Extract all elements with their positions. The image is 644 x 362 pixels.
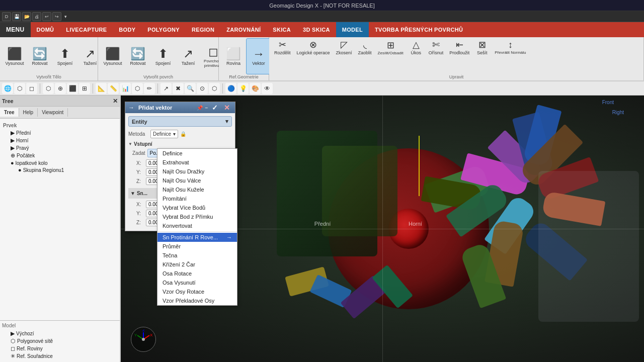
dd-item-najit-drazky[interactable]: Najít Osu Dražky xyxy=(157,167,237,176)
menu-item-polygony[interactable]: POLYGONY xyxy=(141,22,186,37)
t2-btn-16[interactable]: ⊙ xyxy=(197,83,208,94)
viewport[interactable]: Přední Horní Front Right → Přidat vektor… xyxy=(121,96,644,362)
qa-btn-5[interactable]: ↩ xyxy=(42,12,51,21)
dialog-confirm-btn[interactable]: ✓ xyxy=(210,104,220,112)
ribbon-btn-spojeni1[interactable]: ⬆ Spojení xyxy=(52,38,77,74)
ribbon-btn-rotovat1[interactable]: 🔄 Rotovat xyxy=(27,38,52,74)
ribbon-btn-rovina[interactable]: ⬜ Rovina xyxy=(221,38,246,74)
dd-item-najit-valce[interactable]: Najít Osu Válce xyxy=(157,176,237,185)
t2-btn-9[interactable]: 📏 xyxy=(108,83,119,94)
panel-close-btn[interactable]: ✕ xyxy=(113,98,118,105)
dialog-min-btn[interactable]: – xyxy=(205,105,208,111)
menu-item-menu[interactable]: MENU xyxy=(0,22,31,37)
t2-btn-12[interactable]: ✏ xyxy=(144,83,155,94)
t2-btn-3[interactable]: ◻ xyxy=(26,83,37,94)
t2-btn-21[interactable]: 👁 xyxy=(262,83,273,94)
ribbon-btn-logicke[interactable]: ⊗ Logické operace xyxy=(294,38,333,56)
ribbon-btn-prodlouzit[interactable]: ⇤ Prodloužit xyxy=(446,38,472,56)
method-lock-icon[interactable]: 🔒 xyxy=(180,131,186,137)
tree-item-poly[interactable]: ⬡ Polygonové sítě xyxy=(2,337,118,345)
tree-item-pravy[interactable]: ▶ Pravý xyxy=(2,144,118,152)
prodlouzit-icon: ⇤ xyxy=(456,39,463,50)
dd-item-konvertovat[interactable]: Konvertovat xyxy=(157,221,237,230)
menu-item-skica[interactable]: SKICA xyxy=(267,22,297,37)
ribbon-btn-orisnut[interactable]: ✄ Ořísnut xyxy=(426,38,447,56)
ribbon-btn-zkoseni[interactable]: ◸ Zkosení xyxy=(333,38,355,56)
menu-item-livecapture[interactable]: LIVECAPTURE xyxy=(60,22,113,37)
menu-item-model[interactable]: MODEL xyxy=(336,22,369,37)
t2-btn-17[interactable]: ⬡ xyxy=(209,83,220,94)
ribbon-btn-zaoblit[interactable]: ◟ Zaoblit xyxy=(355,38,375,56)
tree-item-roviny[interactable]: ◻ Ref. Roviny xyxy=(2,345,118,352)
dd-item-krizeni[interactable]: Křížení 2 Čar xyxy=(157,260,237,269)
t2-btn-2[interactable]: ⬡ xyxy=(14,83,25,94)
dd-item-osa-vysunut[interactable]: Osa Vysunutí xyxy=(157,278,237,287)
menu-item-domu[interactable]: DOMŮ xyxy=(31,22,60,37)
dd-item-vzor-osy-rot[interactable]: Vzor Osy Rotace xyxy=(157,287,237,296)
dd-item-definice[interactable]: Definice xyxy=(157,149,237,158)
qa-btn-6[interactable]: ↪ xyxy=(52,12,61,21)
t2-btn-4[interactable]: ⬡ xyxy=(43,83,54,94)
menu-item-zarovnani[interactable]: ZAROVNÁNÍ xyxy=(220,22,267,37)
ribbon-btn-vysunout2[interactable]: ⬛ Vysunout xyxy=(100,38,125,74)
zadat-label: Zadat xyxy=(132,150,145,156)
entity-button[interactable]: Entity ▾ xyxy=(128,116,232,127)
ribbon-btn-prevratit[interactable]: ↕ Převrátit Normálu xyxy=(492,38,529,56)
dialog-pin-btn[interactable]: 📌 xyxy=(197,105,203,111)
dd-item-tecna[interactable]: Tečna xyxy=(157,251,237,260)
qa-btn-2[interactable]: 💾 xyxy=(12,12,21,21)
ribbon-btn-ukos[interactable]: △ Úkos xyxy=(407,38,426,56)
ribbon-section-ref-geometrie: ⬜ Rovina → Vektor Ref.Geometrie xyxy=(219,37,269,80)
ribbon-btn-rotovat2[interactable]: 🔄 Rotovat xyxy=(125,38,150,74)
tree-item-pocatek[interactable]: ⊕ Počátek xyxy=(2,152,118,159)
tree-item-souradnice[interactable]: ✳ Ref. Souřadnice xyxy=(2,352,118,360)
ribbon-btn-sesit[interactable]: ⊠ Sešít xyxy=(472,38,492,56)
dd-item-vzor-prelad[interactable]: Vzor Překladové Osy xyxy=(157,296,237,305)
t2-btn-18[interactable]: 🔵 xyxy=(225,83,236,94)
t2-btn-7[interactable]: ⊞ xyxy=(79,83,90,94)
ribbon-btn-rozdelit[interactable]: ✂ Rozdělit xyxy=(271,38,294,56)
tree-item-predni[interactable]: ▶ Přední xyxy=(2,129,118,137)
tab-help[interactable]: Help xyxy=(19,108,38,117)
t2-btn-15[interactable]: 🔍 xyxy=(185,83,196,94)
qa-btn-1[interactable]: D xyxy=(2,12,11,21)
dd-item-vybrat-bod[interactable]: Vybrat Bod z Přímku xyxy=(157,212,237,221)
ribbon-btn-tazeni2[interactable]: ↗ Tažení xyxy=(176,38,201,74)
menu-item-region[interactable]: REGION xyxy=(186,22,220,37)
t2-btn-5[interactable]: ⊕ xyxy=(55,83,66,94)
t2-btn-1[interactable]: 🌐 xyxy=(2,83,13,94)
menu-item-3dskica[interactable]: 3D SKICA xyxy=(297,22,336,37)
dd-item-prumer[interactable]: Průměr xyxy=(157,242,237,251)
dd-item-najit-kuzele[interactable]: Najít Osu Kužele xyxy=(157,185,237,194)
menu-item-tvorba[interactable]: TVORBA PŘESNÝCH POVRCHŮ xyxy=(369,22,469,37)
tree-item-skupina[interactable]: ● Skupina Regionu1 xyxy=(2,166,118,173)
tree-item-vychozi[interactable]: ▶ Výchozí xyxy=(2,330,118,337)
t2-btn-13[interactable]: ↗ xyxy=(160,83,172,94)
dd-item-osa-rotace[interactable]: Osa Rotace xyxy=(157,269,237,278)
dd-item-sn-protinani[interactable]: Sn Protínání R Rove... → xyxy=(157,233,237,242)
ribbon-btn-vektor[interactable]: → Vektor xyxy=(246,38,271,74)
t2-btn-6[interactable]: ⬛ xyxy=(67,83,78,94)
dd-item-extrahovat[interactable]: Extrahovat xyxy=(157,158,237,167)
ribbon-btn-spojeni2[interactable]: ⬆ Spojení xyxy=(150,38,176,74)
qa-btn-4[interactable]: 🖨 xyxy=(32,12,41,21)
dd-item-promitani[interactable]: Promítání xyxy=(157,194,237,203)
ribbon-btn-zesil[interactable]: ⊞ Zesílit/Odsadit xyxy=(375,38,407,56)
tree-item-lopatkove[interactable]: ● lopatkové kolo xyxy=(2,159,118,166)
t2-btn-20[interactable]: 🎨 xyxy=(250,83,261,94)
t2-btn-11[interactable]: ⬡ xyxy=(132,83,143,94)
menu-item-body[interactable]: BODY xyxy=(113,22,141,37)
horni-icon: ▶ xyxy=(11,137,15,144)
ribbon-btn-vysunout1[interactable]: ⬛ Vysunout xyxy=(2,38,27,74)
tab-tree[interactable]: Tree xyxy=(0,108,19,117)
dialog-close-btn[interactable]: ✕ xyxy=(222,104,232,112)
qa-btn-3[interactable]: 📂 xyxy=(22,12,31,21)
method-dropdown[interactable]: Definice ▾ xyxy=(150,130,178,138)
t2-btn-8[interactable]: 📐 xyxy=(96,83,107,94)
t2-btn-14[interactable]: ✖ xyxy=(173,83,184,94)
t2-btn-10[interactable]: 📊 xyxy=(120,83,131,94)
t2-btn-19[interactable]: 💡 xyxy=(237,83,249,94)
tree-item-horni[interactable]: ▶ Horní xyxy=(2,137,118,144)
dd-item-vybrat-vice[interactable]: Vybrat Více Bodů xyxy=(157,203,237,212)
tab-viewpoint[interactable]: Viewpoint xyxy=(38,108,68,117)
